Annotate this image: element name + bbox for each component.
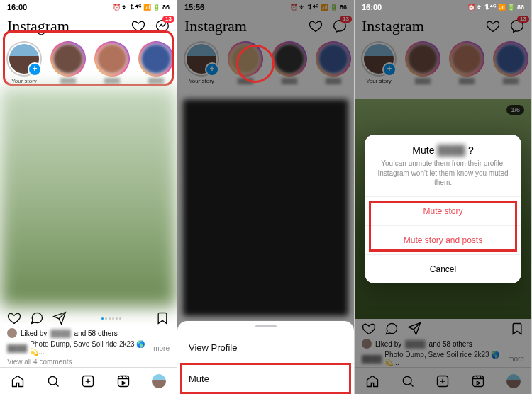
- search-icon[interactable]: [46, 374, 60, 388]
- caption-text: Photo Dump, Save Soil ride 2k23 🌎💫...: [30, 340, 150, 356]
- caption-more[interactable]: more: [153, 344, 170, 352]
- your-story-label: Your story: [11, 78, 37, 84]
- sheet-handle-icon[interactable]: [255, 325, 277, 327]
- instagram-logo[interactable]: Instagram: [7, 17, 70, 35]
- share-icon[interactable]: [52, 311, 67, 325]
- heart-icon[interactable]: [131, 19, 145, 33]
- profile-icon[interactable]: [152, 374, 166, 388]
- mute-story-button[interactable]: Mute story: [365, 196, 521, 225]
- sheet-title: Mute ████ ?: [365, 135, 521, 159]
- bottom-nav: [0, 367, 177, 394]
- bookmark-icon[interactable]: [155, 311, 170, 325]
- story-item[interactable]: ████: [92, 41, 132, 84]
- svg-rect-2: [118, 376, 129, 386]
- liked-by-suffix: and 58 others: [74, 330, 118, 337]
- dm-badge: 13: [162, 16, 174, 23]
- carousel-dots: [101, 317, 121, 320]
- post-caption[interactable]: ████ Photo Dump, Save Soil ride 2k23 🌎💫.…: [0, 339, 177, 356]
- app-header: Instagram 13: [0, 14, 177, 37]
- mute-action-sheet: Mute ████ ? You can unmute them from the…: [365, 135, 521, 283]
- comment-icon[interactable]: [30, 311, 44, 325]
- stories-tray[interactable]: Your story ████ ████ ████: [0, 37, 177, 87]
- context-sheet: View Profile Mute: [177, 321, 354, 394]
- like-icon[interactable]: [7, 311, 21, 325]
- status-bar: 16:00 ⏰ ᯤ ⇅ ⁴ᴳ 📶 🔋 86: [355, 0, 531, 14]
- status-bar: 16:00 ⏰ ᯤ ⇅ ⁴ᴳ 📶 🔋 86: [0, 0, 177, 14]
- feed-post-image[interactable]: [0, 87, 177, 307]
- messenger-icon[interactable]: 13: [155, 19, 170, 33]
- liked-by-prefix: Liked by: [21, 330, 47, 337]
- cancel-button[interactable]: Cancel: [365, 254, 521, 283]
- feed-actions: [0, 307, 177, 327]
- status-icons: ⏰ ᯤ ⇅ ⁴ᴳ 📶 🔋 86: [113, 4, 170, 11]
- status-icons: ⏰ ᯤ ⇅ ⁴ᴳ 📶 🔋 86: [467, 4, 524, 11]
- likes-row[interactable]: Liked by ████ and 58 others: [0, 327, 177, 339]
- screen-story-longpress: 15:56 ⏰ ᯤ ⇅ ⁴ᴳ 📶 🔋 86 Instagram 13 Your …: [177, 0, 355, 394]
- screen-mute-dialog: 16:00 ⏰ ᯤ ⇅ ⁴ᴳ 📶 🔋 86 Instagram 13 Your …: [355, 0, 532, 394]
- story-preview: [183, 99, 348, 316]
- new-post-icon[interactable]: [81, 374, 95, 388]
- sheet-description: You can unmute them from their profile. …: [365, 159, 521, 196]
- home-icon[interactable]: [11, 374, 25, 388]
- status-time: 16:00: [7, 3, 27, 11]
- view-comments[interactable]: View all 4 comments: [0, 356, 177, 367]
- mute-story-and-posts-button[interactable]: Mute story and posts: [365, 225, 521, 254]
- your-story[interactable]: Your story: [4, 41, 44, 84]
- reels-icon[interactable]: [116, 374, 131, 388]
- liker-avatar: [7, 328, 17, 338]
- story-item[interactable]: ████: [48, 41, 88, 84]
- svg-point-0: [48, 376, 57, 385]
- mute-button[interactable]: Mute: [177, 363, 354, 394]
- status-time: 16:00: [362, 3, 382, 11]
- screen-home: 16:00 ⏰ ᯤ ⇅ ⁴ᴳ 📶 🔋 86 Instagram 13 Your …: [0, 0, 177, 394]
- story-item[interactable]: ████: [136, 41, 176, 84]
- view-profile-button[interactable]: View Profile: [177, 332, 354, 363]
